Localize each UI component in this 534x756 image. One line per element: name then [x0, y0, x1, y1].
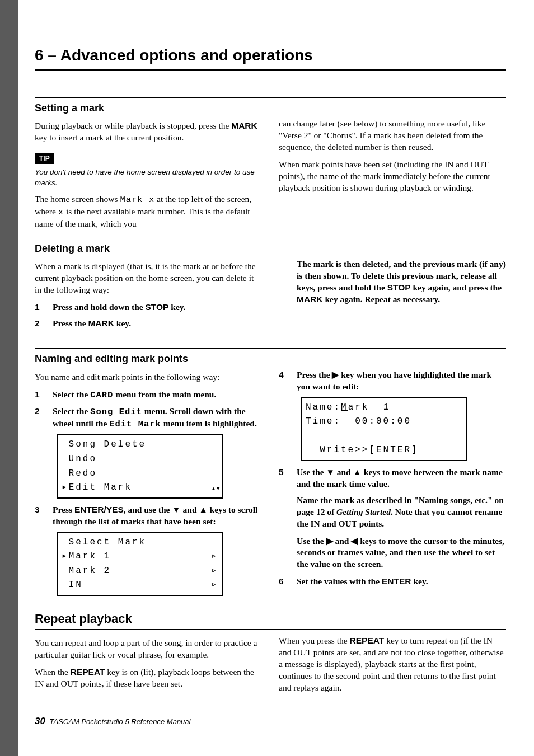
mono-text: x — [58, 207, 64, 217]
step-row: 3 Press ENTER/YES, and use the ▼ and ▲ k… — [35, 504, 262, 528]
lcd-screen-2: Select Mark ▸Mark 1▹ Mark 2▹ IN▹ — [57, 532, 223, 596]
footer-text: TASCAM Pocketstudio 5 Reference Manual — [48, 717, 191, 726]
lcd-line-part: Name: — [306, 402, 341, 412]
heading-setting-a-mark: Setting a mark — [35, 97, 506, 115]
text-fragment: Press and hold down the — [53, 302, 146, 312]
key-enter: ENTER — [382, 576, 411, 586]
step-row: 2 Press the MARK key. — [35, 318, 262, 330]
step-body: Select the CARD menu from the main menu. — [53, 389, 262, 401]
step-body: Use the ▼ and ▲ keys to move between the… — [297, 467, 506, 490]
setting-mark-p4: When mark points have been set (includin… — [279, 159, 506, 194]
text-fragment: Select the — [53, 389, 90, 399]
step-row: 6 Set the values with the ENTER key. — [279, 576, 506, 588]
right-arrow-icon: ▹ — [211, 550, 218, 564]
naming-s5-p1: Name the mark as described in "Naming so… — [297, 495, 506, 530]
step-number: 5 — [279, 467, 297, 490]
lcd-line: Select Mark — [62, 537, 146, 547]
heading-naming-editing: Naming and editing mark points — [35, 348, 506, 365]
page-footer: 30 TASCAM Pocketstudio 5 Reference Manua… — [35, 715, 190, 728]
step-body: Press and hold down the STOP key. — [53, 302, 262, 313]
step-number: 2 — [35, 318, 53, 330]
naming-p1: You name and edit mark points in the fol… — [35, 372, 262, 383]
text-fragment: key. — [411, 576, 428, 586]
tip-badge: TIP — [35, 153, 54, 164]
key-stop: STOP — [146, 302, 169, 312]
text-fragment: menu from the main menu. — [113, 389, 216, 399]
lcd-line: Redo — [62, 468, 97, 478]
key-mark: MARK — [231, 121, 257, 130]
mono-text: Mark x — [120, 195, 154, 205]
text-fragment: is the next available mark number. This … — [35, 206, 250, 228]
text-fragment: When you press the — [279, 636, 350, 645]
repeat-p3: When you press the REPEAT key to turn re… — [279, 635, 506, 694]
step-number: 2 — [35, 406, 53, 430]
step-row: 1 Press and hold down the STOP key. — [35, 302, 262, 313]
naming-s5-p2: Use the ▶ and ◀ keys to move the cursor … — [297, 536, 506, 571]
updown-icon: ▴▾ — [211, 482, 221, 495]
key-enter-yes: ENTER/YES — [74, 505, 124, 514]
step-row: 2 Select the Song Edit menu. Scroll down… — [35, 406, 262, 430]
heading-repeat-playback: Repeat playback — [35, 611, 506, 630]
lcd-line: Mark 2 — [62, 566, 111, 576]
lcd-screen-1: Song Delete Undo Redo ▸Edit Mark▴▾ — [57, 434, 223, 498]
key-repeat: REPEAT — [71, 667, 105, 677]
step-body: Select the Song Edit menu. Scroll down w… — [53, 406, 262, 430]
key-stop: STOP — [387, 283, 411, 292]
text-fragment: The home screen shows — [35, 194, 120, 204]
repeat-p2: When the REPEAT key is on (lit), playbac… — [35, 666, 262, 690]
mono-text: Edit Mark — [109, 419, 161, 429]
key-repeat: REPEAT — [350, 636, 385, 645]
deleting-mark-p1: When a mark is displayed (that is, it is… — [35, 261, 262, 296]
mono-text: Song Edit — [90, 407, 142, 417]
lcd-line: ▸Edit Mark — [62, 482, 132, 492]
step-body: Press the MARK key. — [53, 318, 262, 330]
lcd-line: Song Delete — [62, 439, 146, 449]
text-fragment: When the — [35, 667, 71, 677]
text-fragment: menu item is highlighted. — [161, 419, 257, 428]
step-number: 6 — [279, 576, 297, 588]
text-fragment: Press — [53, 505, 74, 514]
setting-mark-p3: can change later (see below) to somethin… — [279, 118, 506, 153]
setting-mark-p2: The home screen shows Mark x at the top … — [35, 194, 262, 230]
text-fragment: key again. Repeat as necessary. — [323, 294, 441, 304]
right-arrow-icon: ▹ — [211, 578, 218, 593]
mono-text: CARD — [90, 390, 113, 400]
lcd-line: Time: 00:00:00 — [306, 416, 411, 426]
right-arrow-icon: ▹ — [211, 564, 218, 579]
step-row: 5 Use the ▼ and ▲ keys to move between t… — [279, 467, 506, 490]
step-number: 1 — [35, 389, 53, 401]
step-number: 1 — [35, 302, 53, 313]
text-fragment: key again, and press the — [411, 283, 502, 292]
lcd-line: IN — [62, 580, 83, 590]
text-fragment: Press the — [53, 318, 88, 328]
text-fragment: During playback or while playback is sto… — [35, 121, 231, 130]
lcd-line: ▸Mark 1 — [62, 551, 111, 561]
key-mark: MARK — [297, 294, 323, 304]
key-mark: MARK — [88, 318, 114, 328]
heading-deleting-a-mark: Deleting a mark — [35, 238, 506, 255]
step-body: Set the values with the ENTER key. — [297, 576, 506, 588]
text-fragment: key. — [114, 318, 131, 328]
left-sidebar-decoration — [0, 0, 18, 756]
tip-text: You don't need to have the home screen d… — [35, 167, 262, 187]
page-number: 30 — [35, 716, 45, 726]
deleting-mark-p2: The mark is then deleted, and the previo… — [297, 259, 506, 306]
book-title: Getting Started — [336, 507, 391, 516]
repeat-p1: You can repeat and loop a part of the so… — [35, 637, 262, 661]
lcd-screen-3: Name:Mark 1 Time: 00:00:00 Write>>[ENTER… — [301, 397, 467, 461]
text-fragment: key to insert a mark at the current posi… — [35, 133, 184, 142]
setting-mark-p1: During playback or while playback is sto… — [35, 120, 262, 144]
text-fragment: key. — [168, 302, 185, 312]
chapter-title: 6 – Advanced options and operations — [35, 45, 506, 71]
text-fragment: Select the — [53, 406, 90, 416]
step-row: 1 Select the CARD menu from the main men… — [35, 389, 262, 401]
lcd-line: Write>>[ENTER] — [306, 445, 419, 455]
lcd-line-part: ark 1 — [348, 402, 391, 412]
lcd-cursor-char: M — [341, 402, 348, 412]
step-number: 3 — [35, 504, 53, 528]
step-body: Press ENTER/YES, and use the ▼ and ▲ key… — [53, 504, 262, 528]
step-row: 4 Press the ▶ key when you have highligh… — [279, 369, 506, 393]
text-fragment: Set the values with the — [297, 576, 382, 586]
step-body: Press the ▶ key when you have highlighte… — [297, 369, 506, 393]
lcd-line: Undo — [62, 454, 97, 464]
